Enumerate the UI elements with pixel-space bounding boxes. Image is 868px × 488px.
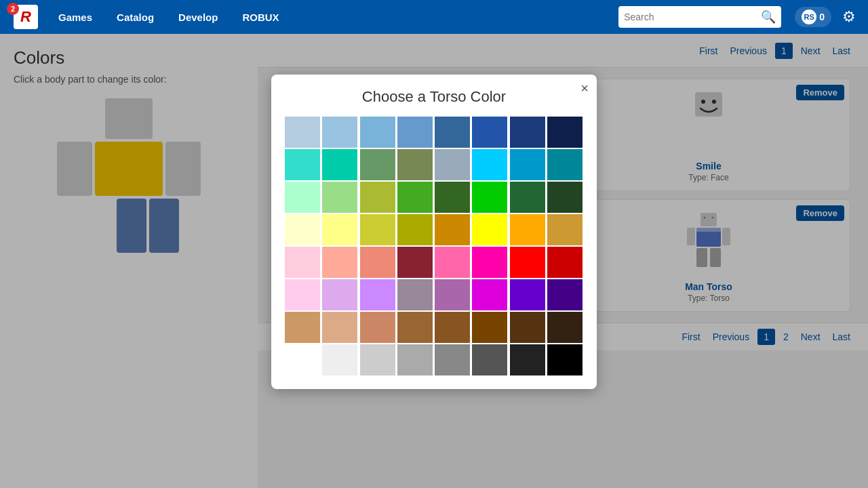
color-swatch[interactable] [285,149,320,180]
color-swatch[interactable] [510,247,545,278]
color-swatch[interactable] [360,312,395,343]
color-swatch[interactable] [435,117,470,148]
color-swatch[interactable] [510,149,545,180]
color-swatch[interactable] [322,279,357,310]
color-swatch[interactable] [547,247,583,278]
color-swatch[interactable] [397,247,433,278]
color-swatch[interactable] [472,279,507,310]
nav-right: RS 0 ⚙ [795,6,860,28]
robux-amount: 0 [819,12,825,22]
color-swatch[interactable] [285,182,320,213]
color-swatch[interactable] [285,214,320,245]
color-swatch[interactable] [472,182,507,213]
color-swatch[interactable] [322,247,357,278]
color-swatch[interactable] [360,117,395,148]
color-swatch[interactable] [322,312,357,343]
modal-title: Choose a Torso Color [285,88,583,106]
color-swatch[interactable] [397,214,433,245]
color-swatch[interactable] [472,312,507,343]
color-swatch[interactable] [547,344,583,375]
color-swatch[interactable] [510,312,545,343]
color-swatch[interactable] [397,344,433,375]
search-input[interactable] [624,12,761,22]
modal-close-button[interactable]: × [580,81,589,95]
color-swatch[interactable] [322,344,357,375]
color-swatch[interactable] [510,117,545,148]
color-swatch[interactable] [322,149,357,180]
color-grid [285,117,583,375]
color-swatch[interactable] [285,279,320,310]
color-swatch[interactable] [472,149,507,180]
color-swatch[interactable] [397,312,433,343]
color-swatch[interactable] [360,247,395,278]
color-swatch[interactable] [510,279,545,310]
nav-develop[interactable]: Develop [169,6,227,28]
color-swatch[interactable] [472,214,507,245]
notification-badge[interactable]: 2 [7,3,19,15]
color-swatch[interactable] [435,312,470,343]
color-swatch[interactable] [322,214,357,245]
color-swatch[interactable] [360,149,395,180]
search-icon[interactable]: 🔍 [761,9,776,24]
color-swatch[interactable] [285,344,320,375]
color-swatch[interactable] [285,117,320,148]
color-swatch[interactable] [397,279,433,310]
color-swatch[interactable] [435,149,470,180]
color-swatch[interactable] [547,279,583,310]
nav-games[interactable]: Games [49,6,102,28]
color-swatch[interactable] [435,344,470,375]
color-swatch[interactable] [397,182,433,213]
color-swatch[interactable] [435,279,470,310]
color-swatch[interactable] [510,214,545,245]
nav-robux[interactable]: ROBUX [233,6,288,28]
color-swatch[interactable] [547,149,583,180]
color-swatch[interactable] [435,247,470,278]
main-content: Colors Click a body part to change its c… [0,34,868,488]
search-bar: 🔍 [618,6,781,28]
color-swatch[interactable] [322,182,357,213]
color-swatch[interactable] [397,117,433,148]
color-swatch[interactable] [285,312,320,343]
color-swatch[interactable] [547,214,583,245]
color-picker-modal: Choose a Torso Color × [271,75,597,389]
color-swatch[interactable] [472,247,507,278]
nav-catalog[interactable]: Catalog [107,6,163,28]
robux-icon: RS [802,9,816,24]
color-swatch[interactable] [547,312,583,343]
color-swatch[interactable] [472,117,507,148]
robux-balance[interactable]: RS 0 [795,7,831,27]
color-swatch[interactable] [547,117,583,148]
color-swatch[interactable] [510,344,545,375]
color-swatch[interactable] [510,182,545,213]
navbar: 2 R Games Catalog Develop ROBUX 🔍 RS 0 ⚙ [0,0,868,34]
color-swatch[interactable] [322,117,357,148]
color-swatch[interactable] [472,344,507,375]
color-swatch[interactable] [435,214,470,245]
color-swatch[interactable] [547,182,583,213]
settings-icon[interactable]: ⚙ [838,6,860,28]
color-swatch[interactable] [360,344,395,375]
modal-overlay: Choose a Torso Color × [0,34,868,488]
color-swatch[interactable] [360,279,395,310]
color-swatch[interactable] [397,149,433,180]
color-swatch[interactable] [360,214,395,245]
color-swatch[interactable] [285,247,320,278]
color-swatch[interactable] [435,182,470,213]
color-swatch[interactable] [360,182,395,213]
